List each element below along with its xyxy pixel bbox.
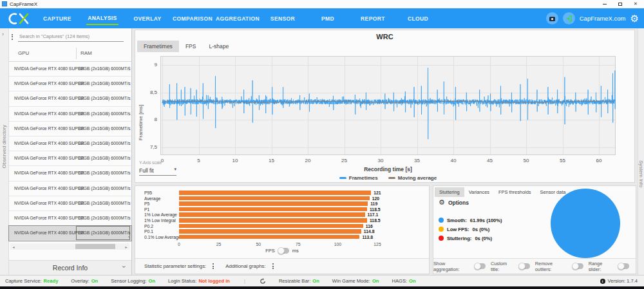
- stat-bar[interactable]: [179, 224, 363, 228]
- status-item: Win Game Mode:On: [332, 278, 379, 284]
- nav-tab-pmd[interactable]: PMD: [305, 8, 350, 28]
- fps-ms-toggle[interactable]: [278, 248, 289, 254]
- site-link[interactable]: CapFrameX.com: [580, 15, 626, 22]
- login-button[interactable]: [563, 12, 575, 24]
- nav-tab-aggregation[interactable]: AGGREGATION: [215, 8, 260, 28]
- screenshot-button[interactable]: [546, 12, 558, 24]
- bar-axis-tick: 50: [252, 242, 265, 247]
- nav-tab-overlay[interactable]: OVERLAY: [125, 8, 170, 28]
- toggle-label: Remove outliers:: [535, 261, 570, 272]
- record-info-expander[interactable]: Record Info ›: [9, 260, 131, 275]
- refresh-icon[interactable]: [260, 278, 266, 284]
- stat-bar[interactable]: [179, 207, 367, 212]
- stat-bar[interactable]: [179, 212, 365, 217]
- stat-bar[interactable]: [179, 229, 361, 234]
- nav-tab-cloud[interactable]: CLOUD: [395, 8, 440, 28]
- chart-tab-fps[interactable]: FPS: [179, 41, 203, 52]
- x-tick-label: 15: [264, 158, 279, 163]
- scroll-up-icon[interactable]: ▴: [128, 64, 130, 69]
- stat-label: P0.1: [144, 229, 153, 234]
- stat-bar[interactable]: [179, 196, 370, 201]
- capture-ram-cell: 32GB (2x16GB) 6000MT/s: [79, 186, 130, 191]
- capture-row[interactable]: NVIDIA GeForce RTX 4080 SUPER32GB (2x16G…: [9, 226, 131, 241]
- stat-value: 120: [372, 196, 379, 201]
- expand-directory-chevron-icon[interactable]: ›: [2, 31, 4, 37]
- stutter-tab-stuttering[interactable]: Stuttering: [435, 187, 464, 197]
- version-info: i Version: 1.7.4: [600, 278, 638, 284]
- kebab-menu-icon[interactable]: [210, 262, 216, 270]
- system-info-strip[interactable]: System Info: [638, 28, 644, 275]
- nav-tab-analysis[interactable]: ANALYSIS: [80, 8, 125, 28]
- unit-fps-label[interactable]: FPS: [265, 248, 275, 254]
- chart-title: WRC: [135, 33, 634, 41]
- screenshot-icon: [549, 15, 556, 22]
- info-icon: i: [600, 279, 605, 284]
- horizontal-scrollbar[interactable]: ◂ ▸: [10, 243, 129, 250]
- toggle-switch[interactable]: [573, 263, 583, 269]
- scrollbar-track[interactable]: [17, 244, 123, 249]
- bar-axis-tick: 100: [331, 242, 344, 247]
- scrollbar-thumb[interactable]: [75, 244, 116, 249]
- toggle-switch[interactable]: [618, 263, 629, 269]
- column-header-ram[interactable]: RAM: [80, 50, 92, 56]
- search-input[interactable]: Search in "Captures" (124 items): [18, 32, 124, 42]
- capture-row[interactable]: NVIDIA GeForce RTX 4080 SUPER32GB (2x16G…: [9, 91, 131, 106]
- capture-row[interactable]: NVIDIA GeForce RTX 4080 SUPER32GB (2x16G…: [9, 107, 131, 122]
- stutter-tab-variances[interactable]: Variances: [464, 187, 494, 197]
- capture-ram-cell: 32GB (2x16GB) 6000MT/s: [79, 141, 130, 145]
- scroll-left-icon[interactable]: ◂: [10, 245, 17, 249]
- window-title: CapFrameX: [10, 1, 37, 7]
- nav-tab-sensor[interactable]: SENSOR: [260, 8, 305, 28]
- nav-tab-comparison[interactable]: COMPARISON: [170, 8, 215, 28]
- capture-gpu-cell: NVIDIA GeForce RTX 4080 SUPER: [14, 230, 84, 235]
- chart-tab-frametimes[interactable]: Frametimes: [137, 41, 179, 52]
- capture-row[interactable]: NVIDIA GeForce RTX 4080 SUPER32GB (2x16G…: [9, 196, 131, 211]
- nav-tab-report[interactable]: REPORT: [350, 8, 395, 28]
- observed-directory-strip[interactable]: › Observed directory: [0, 28, 9, 275]
- minimize-button[interactable]: [601, 1, 608, 7]
- capture-ram-cell: 32GB (2x16GB) 6000MT/s: [79, 156, 130, 160]
- capture-row[interactable]: NVIDIA GeForce RTX 4080 SUPER32GB (2x16G…: [9, 122, 131, 136]
- status-item: HAGS:On: [392, 278, 415, 284]
- maximize-button[interactable]: [617, 1, 623, 7]
- legend-dot-icon: [439, 218, 444, 223]
- capture-row[interactable]: NVIDIA GeForce RTX 4080 SUPER32GB (2x16G…: [9, 151, 131, 166]
- x-tick-label: 10: [227, 158, 243, 163]
- y-axis-scale-dropdown[interactable]: Full fit ▾: [139, 166, 176, 176]
- toggle-switch[interactable]: [519, 263, 530, 269]
- stutter-tab-fps-thresholds[interactable]: FPS thresholds: [494, 187, 536, 197]
- captures-sidebar: Search in "Captures" (124 items) GPU RAM…: [9, 28, 132, 275]
- stat-bar[interactable]: [179, 218, 367, 223]
- capture-row[interactable]: NVIDIA GeForce RTX 4080 SUPER32GB (2x16G…: [9, 77, 131, 91]
- scroll-down-icon[interactable]: ▾: [128, 234, 130, 239]
- capture-row[interactable]: NVIDIA GeForce RTX 4080 SUPER32GB (2x16G…: [9, 136, 131, 151]
- capture-row[interactable]: NVIDIA GeForce RTX 4080 SUPER32GB (2x16G…: [9, 62, 131, 77]
- capture-row[interactable]: NVIDIA GeForce RTX 4080 SUPER32GB (2x16G…: [9, 211, 131, 226]
- legend-dot-icon: [439, 236, 444, 241]
- stat-bar[interactable]: [179, 191, 371, 195]
- capture-row[interactable]: NVIDIA GeForce RTX 4080 SUPER32GB (2x16G…: [9, 166, 131, 181]
- options-button[interactable]: ⚙ Options: [439, 199, 469, 206]
- chart-tab-l-shape[interactable]: L-shape: [202, 41, 235, 52]
- captures-list: NVIDIA GeForce RTX 4080 SUPER32GB (2x16G…: [9, 62, 131, 241]
- status-item: Capture Service:Ready: [5, 278, 58, 284]
- capture-row[interactable]: NVIDIA GeForce RTX 4080 SUPER32GB (2x16G…: [9, 182, 131, 196]
- option-toggle-item: Show aggregation:: [433, 261, 486, 272]
- scroll-right-icon[interactable]: ▸: [123, 245, 129, 249]
- stuttering-tabs: StutteringVariancesFPS thresholdsSensor …: [435, 187, 570, 197]
- nav-tab-capture[interactable]: CAPTURE: [35, 8, 80, 28]
- stat-label: P0.2: [144, 224, 153, 228]
- legend-value: 61.99s (100%): [470, 218, 502, 223]
- column-header-gpu[interactable]: GPU: [18, 50, 29, 56]
- status-item: Resizable Bar:On: [279, 278, 319, 284]
- captures-menu-kebab-icon[interactable]: [9, 33, 15, 41]
- close-button[interactable]: ✕: [632, 1, 639, 7]
- dropdown-caret-icon: ▾: [174, 167, 176, 172]
- bottom-edge: [0, 286, 644, 289]
- settings-gear-icon[interactable]: ⚙: [630, 14, 639, 23]
- stat-bar[interactable]: [179, 235, 359, 239]
- kebab-menu-icon[interactable]: [270, 262, 276, 270]
- unit-ms-label[interactable]: ms: [292, 248, 299, 254]
- stat-bar[interactable]: [179, 201, 368, 206]
- toggle-switch[interactable]: [475, 263, 486, 269]
